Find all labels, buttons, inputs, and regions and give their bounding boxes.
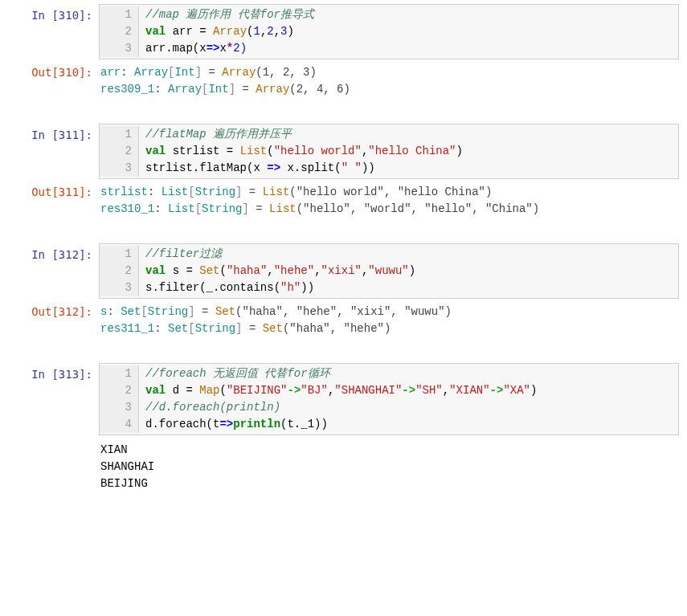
out-constructor: List [269,202,296,215]
arrow-op: => [267,161,280,174]
paren-close: ) [530,384,537,397]
arrow-op: => [207,42,220,55]
input-prompt: In [311]: [0,124,99,179]
arrow-op: => [219,418,233,430]
string: "SH" [415,384,443,397]
expr: s.filter(_.contains( [145,281,280,294]
code-block[interactable]: 1 //flatMap 遍历作用并压平 2 val strlist = List… [99,124,679,179]
out-eq: = [195,305,215,318]
line-number: 4 [100,416,139,433]
string: "haha" [227,264,267,277]
empty-prompt [0,437,99,497]
expr: x.split( [280,161,341,174]
number: 2 [267,25,273,38]
output-prompt: Out[310]: [0,61,99,106]
out-values: ("hello world", "hello China") [289,186,492,198]
paren-open: ( [267,145,273,157]
stdout-block: XIAN SHANGHAI BEIJING [99,437,687,497]
out-bracket: [ [195,202,202,215]
line-number: 3 [100,279,139,296]
out-type-inner: Int [208,83,228,96]
string: "hello world" [274,145,362,157]
input-cell-311: In [311]: 1 //flatMap 遍历作用并压平 2 val strl… [0,124,687,179]
out-colon: : [107,305,121,318]
code-line: 1 //flatMap 遍历作用并压平 [100,126,678,143]
string: " " [341,161,362,174]
string: "h" [280,281,301,294]
expr: arr.map(x [145,42,207,55]
output-cell-312: Out[312]: s: Set[String] = Set("haha", "… [0,300,687,345]
out-constructor: Set [263,322,283,335]
paren-close: ) [288,25,294,38]
line-number: 1 [100,6,139,23]
out-id: res309_1 [100,83,154,96]
code-line: 2 val strlist = List("hello world","hell… [100,143,678,160]
keyword: val [145,384,166,397]
out-bracket: ] [242,202,248,215]
out-values: (1, 2, 3) [256,66,317,79]
out-type: Set [168,322,188,335]
line-number: 2 [100,263,139,279]
out-bracket: ] [195,66,202,79]
code-block[interactable]: 1 //map 遍历作用 代替for推导式 2 val arr = Array(… [99,4,679,59]
identifier: arr [173,25,193,38]
out-values: (2, 4, 6) [289,83,350,96]
input-cell-313: In [313]: 1 //foreach 无返回值 代替for循环 2 val… [0,363,687,435]
code-line: 3 strlist.flatMap(x => x.split(" ")) [100,160,678,177]
code-line: 3 arr.map(x=>x*2) [100,40,678,57]
out-constructor: Array [222,66,256,79]
out-eq: = [235,83,256,96]
out-bracket: ] [229,83,235,96]
output-prompt: Out[311]: [0,181,99,226]
line-number: 2 [100,382,139,399]
type-name: Map [199,384,219,397]
output-cell-310: Out[310]: arr: Array[Int] = Array(1, 2, … [0,61,687,106]
map-arrow: -> [490,384,504,397]
line-number: 3 [100,160,139,177]
expr: (t._1)) [280,418,328,430]
out-id: arr [100,66,121,79]
out-bracket: [ [188,186,194,198]
out-type-inner: String [202,202,242,215]
code-block[interactable]: 1 //foreach 无返回值 代替for循环 2 val d = Map("… [99,363,679,435]
type-name: List [240,145,268,157]
out-bracket: [ [141,305,147,318]
out-colon: : [148,186,162,198]
code-block[interactable]: 1 //filter过滤 2 val s = Set("haha","hehe"… [99,243,679,299]
comment: //flatMap 遍历作用并压平 [145,128,292,141]
string: "BJ" [301,384,328,397]
string: "hello China" [368,145,456,157]
out-eq: = [249,202,269,215]
out-constructor: Set [215,305,235,318]
op-equals: = [179,384,199,397]
code-line: 4 d.foreach(t=>println(t._1)) [100,416,678,433]
stdout-line: XIAN [100,443,128,456]
out-colon: : [154,202,168,215]
paren-close: ) [409,264,415,277]
out-values: ("haha", "hehe", "xixi", "wuwu") [235,305,452,318]
out-type: List [168,202,195,215]
out-type-inner: String [195,322,235,335]
input-cell-312: In [312]: 1 //filter过滤 2 val s = Set("ha… [0,243,687,299]
out-type-inner: String [195,186,235,198]
paren-close: ) [456,145,463,157]
op-equals: = [179,264,199,277]
out-type: Array [134,66,168,79]
paren-open: ( [219,384,226,397]
comma: , [314,264,321,277]
output-block: arr: Array[Int] = Array(1, 2, 3) res309_… [99,61,687,106]
op-equals: = [193,25,213,38]
paren-close: )) [301,281,314,294]
code-line: 2 val d = Map("BEIJING"->"BJ","SHANGHAI"… [100,382,678,399]
star-op: * [227,42,233,55]
input-cell-310: In [310]: 1 //map 遍历作用 代替for推导式 2 val ar… [0,4,687,59]
string: "BEIJING" [227,384,288,397]
string: "SHANGHAI" [334,384,402,397]
out-id: res310_1 [100,202,154,215]
string: "wuwu" [368,264,408,277]
stdout-line: BEIJING [100,477,148,490]
output-prompt: Out[312]: [0,300,99,345]
builtin-fn: println [233,418,280,430]
number: 3 [280,25,287,38]
out-colon: : [154,322,168,335]
